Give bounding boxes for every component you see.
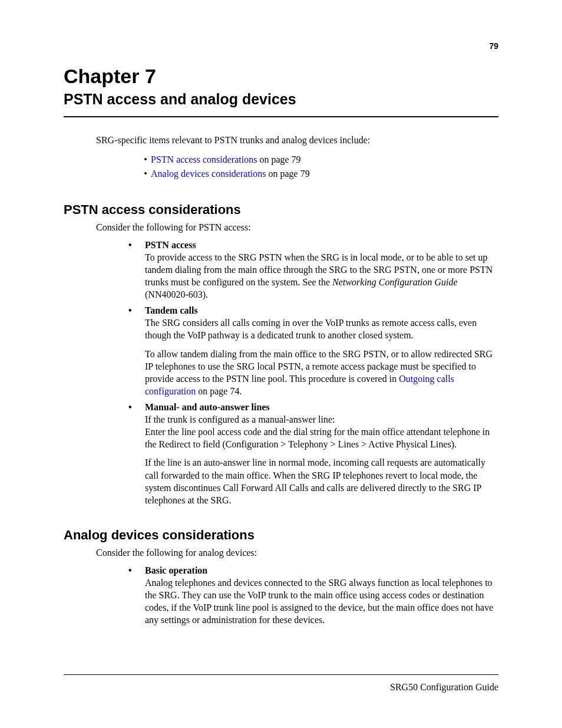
item-heading: PSTN access	[145, 240, 196, 250]
footer-rule	[64, 674, 498, 675]
list-item-body: Basic operation Analog telephones and de…	[145, 564, 498, 627]
list-item: • Manual- and auto-answer lines If the t…	[128, 401, 498, 506]
body-text: The SRG considers all calls coming in ov…	[145, 318, 477, 340]
item-heading: Manual- and auto-answer lines	[145, 402, 270, 412]
toc-list: • PSTN access considerations on page 79 …	[140, 153, 498, 181]
chapter-subtitle: PSTN access and analog devices	[64, 90, 498, 108]
chapter-header: Chapter 7 PSTN access and analog devices	[64, 65, 498, 117]
toc-entry: PSTN access considerations on page 79	[151, 153, 301, 167]
bullet-icon: •	[128, 304, 145, 397]
body-paragraph: If the line is an auto-answer line in no…	[145, 456, 498, 506]
body-text: Analog telephones and devices connected …	[145, 578, 493, 625]
toc-item: • Analog devices considerations on page …	[140, 167, 498, 181]
body-text: Enter the line pool access code and the …	[145, 427, 490, 449]
section-title-analog: Analog devices considerations	[64, 528, 498, 543]
body-text: To provide access to the SRG PSTN when t…	[145, 252, 492, 299]
section-title-pstn: PSTN access considerations	[64, 202, 498, 218]
list-item-body: Tandem calls The SRG considers all calls…	[145, 304, 498, 397]
bullet-list-analog: • Basic operation Analog telephones and …	[128, 564, 498, 627]
list-item: • Tandem calls The SRG considers all cal…	[128, 304, 498, 397]
chapter-title: Chapter 7	[64, 65, 498, 88]
bullet-icon: •	[128, 564, 145, 627]
toc-link-analog[interactable]: Analog devices considerations	[151, 169, 266, 179]
text-run: on page 74.	[196, 386, 242, 396]
toc-entry: Analog devices considerations on page 79	[151, 167, 310, 181]
list-item: • PSTN access To provide access to the S…	[128, 239, 498, 301]
bullet-icon: •	[140, 167, 151, 181]
body-text: If the trunk is configured as a manual-a…	[145, 414, 335, 424]
toc-link-pstn[interactable]: PSTN access considerations	[151, 154, 257, 164]
section-intro: Consider the following for analog device…	[96, 548, 498, 558]
footer-text: SRG50 Configuration Guide	[390, 682, 498, 693]
intro-text: SRG-specific items relevant to PSTN trun…	[96, 134, 498, 147]
bullet-icon: •	[140, 153, 151, 167]
doc-title-italic: Networking Configuration Guide	[332, 277, 457, 287]
page: 79 Chapter 7 PSTN access and analog devi…	[0, 0, 562, 728]
item-heading: Basic operation	[145, 565, 207, 575]
list-item-body: Manual- and auto-answer lines If the tru…	[145, 401, 498, 506]
toc-suffix: on page 79	[257, 154, 300, 164]
list-item: • Basic operation Analog telephones and …	[128, 564, 498, 627]
item-heading: Tandem calls	[145, 305, 198, 315]
section-intro: Consider the following for PSTN access:	[96, 222, 498, 233]
bullet-list-pstn: • PSTN access To provide access to the S…	[128, 239, 498, 506]
bullet-icon: •	[128, 401, 145, 506]
body-paragraph: To allow tandem dialing from the main of…	[145, 348, 498, 397]
toc-item: • PSTN access considerations on page 79	[140, 153, 498, 167]
list-item-body: PSTN access To provide access to the SRG…	[145, 239, 498, 301]
bullet-icon: •	[128, 239, 145, 301]
text-run: (NN40020-603).	[145, 289, 208, 299]
toc-suffix: on page 79	[266, 169, 310, 179]
page-number: 79	[489, 41, 498, 51]
